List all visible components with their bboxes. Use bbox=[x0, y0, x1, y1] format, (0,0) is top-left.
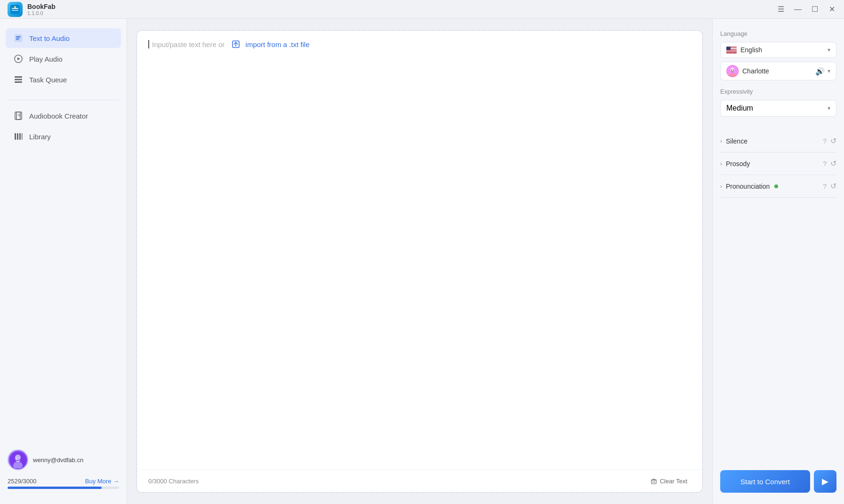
sidebar-item-play-audio[interactable]: Play Audio bbox=[6, 49, 121, 69]
play-icon: ▶ bbox=[822, 476, 828, 487]
nav-primary: Text to Audio Play Audio bbox=[0, 28, 127, 90]
sidebar-item-audiobook-creator[interactable]: Audiobook Creator bbox=[6, 106, 121, 126]
titlebar-left: BookFab 1.1.0.0 bbox=[8, 2, 56, 17]
titlebar: BookFab 1.1.0.0 ☰ — ☐ ✕ bbox=[0, 0, 844, 19]
right-panel: Language English ▾ bbox=[712, 19, 844, 504]
sidebar-item-text-to-audio[interactable]: Text to Audio bbox=[6, 28, 121, 48]
user-avatar bbox=[8, 449, 28, 470]
placeholder-text: Input/paste text here or bbox=[152, 40, 225, 48]
import-link[interactable]: import from a .txt file bbox=[232, 40, 309, 48]
app-body: Text to Audio Play Audio bbox=[0, 19, 844, 504]
silence-reset-icon[interactable]: ↺ bbox=[830, 136, 836, 145]
nav-divider bbox=[8, 100, 119, 100]
silence-right: ? ↺ bbox=[823, 136, 836, 145]
svg-rect-12 bbox=[15, 81, 22, 83]
user-email: wenny@dvdfab.cn bbox=[33, 456, 83, 464]
library-label: Library bbox=[29, 133, 51, 141]
credits-bar-fill bbox=[8, 487, 102, 489]
pronounciation-left: › Pronounciation bbox=[720, 183, 778, 190]
play-audio-icon bbox=[13, 54, 24, 64]
text-editor-footer: 0/3000 Characters Clear Text bbox=[137, 470, 702, 492]
audiobook-creator-icon bbox=[13, 111, 24, 121]
voice-avatar bbox=[726, 65, 739, 77]
pronounciation-header[interactable]: › Pronounciation ? ↺ bbox=[720, 182, 836, 191]
sidebar-bottom: wenny@dvdfab.cn 2529/3000 Buy More → bbox=[0, 446, 127, 495]
silence-label: Silence bbox=[726, 137, 748, 145]
text-cursor bbox=[148, 40, 149, 48]
maximize-button[interactable]: ☐ bbox=[810, 5, 820, 14]
credits-count: 2529/3000 bbox=[8, 478, 36, 485]
expressivity-section: Expressivity Medium ▾ bbox=[720, 88, 836, 120]
prosody-label: Prosody bbox=[726, 160, 750, 168]
sound-icon[interactable]: 🔊 bbox=[815, 67, 825, 76]
svg-rect-2 bbox=[12, 10, 18, 11]
prosody-right: ? ↺ bbox=[823, 159, 836, 168]
minimize-button[interactable]: — bbox=[793, 5, 803, 14]
language-dropdown[interactable]: English ▾ bbox=[720, 42, 836, 58]
pronounciation-label: Pronounciation bbox=[726, 183, 770, 190]
language-value: English bbox=[740, 46, 762, 54]
voice-dropdown[interactable]: Charlotte 🔊 ▾ bbox=[720, 62, 836, 80]
sidebar: Text to Audio Play Audio bbox=[0, 19, 127, 504]
trash-icon bbox=[651, 478, 657, 485]
svg-point-35 bbox=[733, 70, 734, 71]
silence-accordion: › Silence ? ↺ bbox=[720, 130, 836, 152]
prosody-help-icon[interactable]: ? bbox=[823, 160, 827, 168]
titlebar-controls: ☰ — ☐ ✕ bbox=[776, 5, 836, 14]
convert-btn-label: Start to Convert bbox=[740, 478, 790, 486]
close-button[interactable]: ✕ bbox=[827, 5, 836, 14]
app-logo bbox=[8, 2, 23, 17]
silence-left: › Silence bbox=[720, 137, 748, 145]
svg-rect-11 bbox=[15, 79, 22, 80]
us-flag-icon bbox=[726, 47, 737, 54]
user-info: wenny@dvdfab.cn bbox=[8, 446, 119, 474]
language-section: Language English ▾ bbox=[720, 30, 836, 80]
text-editor[interactable]: Input/paste text here or import from a .… bbox=[137, 31, 702, 470]
prosody-header[interactable]: › Prosody ? ↺ bbox=[720, 159, 836, 168]
task-queue-label: Task Queue bbox=[29, 76, 67, 84]
start-convert-button[interactable]: Start to Convert bbox=[720, 470, 810, 493]
credits-bar-container: 2529/3000 Buy More → bbox=[8, 478, 119, 489]
library-icon bbox=[13, 131, 24, 142]
svg-rect-18 bbox=[17, 133, 18, 140]
svg-rect-10 bbox=[15, 76, 22, 78]
dropdown-left: English bbox=[726, 46, 762, 54]
import-label: import from a .txt file bbox=[246, 40, 310, 48]
prosody-reset-icon[interactable]: ↺ bbox=[830, 159, 836, 168]
play-audio-label: Play Audio bbox=[29, 55, 63, 63]
silence-chevron-icon: › bbox=[720, 138, 722, 144]
play-button[interactable]: ▶ bbox=[814, 470, 836, 493]
credits-bar bbox=[8, 487, 119, 489]
svg-rect-1 bbox=[12, 8, 18, 9]
silence-help-icon[interactable]: ? bbox=[823, 137, 827, 145]
app-version: 1.1.0.0 bbox=[27, 10, 56, 16]
pronounciation-reset-icon[interactable]: ↺ bbox=[830, 182, 836, 191]
expressivity-label: Expressivity bbox=[720, 88, 836, 95]
clear-text-button[interactable]: Clear Text bbox=[647, 476, 691, 487]
sidebar-item-library[interactable]: Library bbox=[6, 127, 121, 146]
svg-rect-27 bbox=[651, 480, 656, 484]
nav-secondary: Audiobook Creator Library bbox=[0, 106, 127, 147]
svg-rect-17 bbox=[15, 133, 16, 140]
svg-rect-7 bbox=[16, 39, 19, 40]
app-name-version: BookFab 1.1.0.0 bbox=[27, 3, 56, 16]
pronounciation-chevron-icon: › bbox=[720, 183, 722, 190]
buy-more-link[interactable]: Buy More → bbox=[85, 478, 119, 485]
pronounciation-accordion: › Pronounciation ? ↺ bbox=[720, 175, 836, 198]
text-to-audio-label: Text to Audio bbox=[29, 34, 70, 42]
svg-rect-20 bbox=[22, 133, 23, 140]
sidebar-item-task-queue[interactable]: Task Queue bbox=[6, 70, 121, 89]
svg-point-34 bbox=[731, 70, 732, 71]
svg-rect-6 bbox=[16, 38, 20, 39]
silence-header[interactable]: › Silence ? ↺ bbox=[720, 136, 836, 145]
svg-rect-5 bbox=[16, 36, 21, 37]
menu-button[interactable]: ☰ bbox=[776, 5, 786, 14]
svg-rect-19 bbox=[19, 133, 21, 140]
voice-chevron-icon: ▾ bbox=[828, 68, 830, 74]
text-editor-card: Input/paste text here or import from a .… bbox=[137, 30, 703, 493]
pronounciation-help-icon[interactable]: ? bbox=[823, 183, 827, 190]
svg-marker-9 bbox=[17, 57, 20, 60]
app-name: BookFab bbox=[27, 3, 56, 10]
expressivity-dropdown[interactable]: Medium ▾ bbox=[720, 100, 836, 117]
voice-left: Charlotte bbox=[726, 65, 769, 77]
